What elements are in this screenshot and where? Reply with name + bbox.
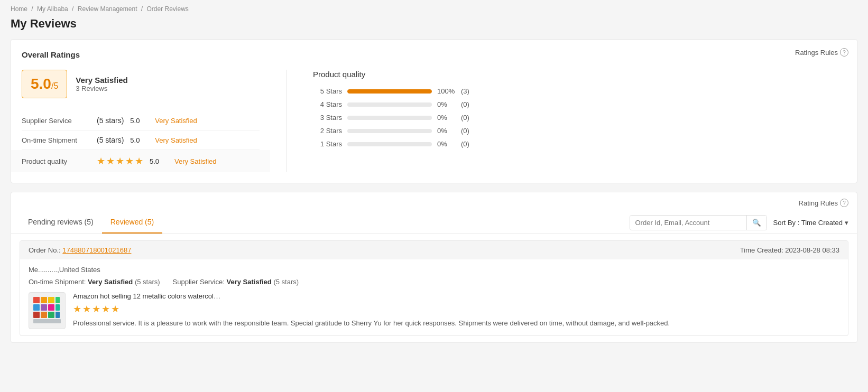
svg-rect-4 bbox=[33, 304, 40, 311]
bar-count: (0) bbox=[461, 140, 469, 148]
search-box: 🔍 bbox=[630, 215, 767, 230]
product-score: 5.0 bbox=[150, 157, 168, 165]
bar-row: 4 Stars 0% (0) bbox=[313, 100, 846, 108]
review-text: Professional service. It is a pleasure t… bbox=[73, 318, 839, 329]
bar-label: 2 Stars bbox=[313, 127, 342, 135]
supplier-info-label: Supplier Service: Very Satisfied (5 star… bbox=[173, 278, 299, 286]
star-2: ★ bbox=[106, 155, 115, 167]
breadcrumb-sep-1: / bbox=[31, 5, 35, 13]
bar-fill bbox=[347, 89, 432, 94]
product-status: Very Satisfied bbox=[174, 157, 217, 165]
bar-track bbox=[347, 102, 432, 107]
bar-pct: 0% bbox=[437, 100, 456, 108]
svg-rect-12 bbox=[33, 319, 61, 323]
tabs-row: Pending reviews (5) Reviewed (5) 🔍 Sort … bbox=[11, 211, 857, 234]
tab-reviewed-label: Reviewed (5) bbox=[110, 218, 154, 226]
bar-pct: 0% bbox=[437, 127, 456, 135]
score-number-box: 5.0/5 bbox=[22, 70, 67, 98]
breadcrumb-sep-3: / bbox=[141, 5, 145, 13]
search-input[interactable] bbox=[630, 216, 746, 230]
supplier-service-label: Supplier Service: bbox=[173, 278, 225, 286]
bar-track bbox=[347, 89, 432, 94]
product-stars: ★ ★ ★ ★ ★ bbox=[97, 155, 143, 167]
score-big: 5.0 bbox=[31, 76, 51, 92]
product-review-stars: ★ ★ ★ ★ ★ bbox=[73, 303, 839, 315]
ratings-content: 5.0/5 Very Satisfied 3 Reviews Supplier … bbox=[22, 70, 846, 172]
product-name: Amazon hot selling 12 metallic colors wa… bbox=[73, 292, 839, 300]
breadcrumb-alibaba[interactable]: My Alibaba bbox=[37, 5, 68, 13]
pstar-3: ★ bbox=[92, 303, 100, 315]
svg-rect-8 bbox=[33, 312, 40, 318]
tab-reviewed[interactable]: Reviewed (5) bbox=[102, 211, 162, 234]
bar-track bbox=[347, 116, 432, 120]
reviewer-name: Me..........,United States bbox=[29, 266, 100, 274]
rating-rules-row: Rating Rules ? bbox=[11, 192, 857, 211]
shipment-stars: (5 stars) bbox=[135, 278, 160, 286]
shipment-status: Very Satisfied bbox=[155, 136, 197, 144]
order-header: Order No.: 174880718001021687 Time Creat… bbox=[20, 241, 848, 259]
score-box: 5.0/5 Very Satisfied 3 Reviews bbox=[22, 70, 260, 98]
chevron-down-icon: ▾ bbox=[845, 219, 848, 227]
bar-row: 1 Stars 0% (0) bbox=[313, 140, 846, 148]
product-image-icon bbox=[33, 297, 61, 324]
ratings-panel: Ratings Rules ? Overall Ratings 5.0/5 Ve… bbox=[11, 39, 857, 183]
search-icon: 🔍 bbox=[752, 219, 761, 227]
rating-rules-button[interactable]: Rating Rules ? bbox=[799, 199, 848, 207]
product-review: Amazon hot selling 12 metallic colors wa… bbox=[29, 292, 839, 329]
svg-rect-5 bbox=[41, 304, 47, 311]
product-quality-title: Product quality bbox=[313, 70, 846, 79]
bar-rows: 5 Stars 100% (3) 4 Stars 0% (0) 3 Stars … bbox=[313, 87, 846, 148]
product-info: Amazon hot selling 12 metallic colors wa… bbox=[73, 292, 839, 329]
bar-row: 2 Stars 0% (0) bbox=[313, 127, 846, 135]
right-ratings: Product quality 5 Stars 100% (3) 4 Stars… bbox=[313, 70, 846, 153]
bar-label: 3 Stars bbox=[313, 114, 342, 122]
pstar-4: ★ bbox=[101, 303, 110, 315]
supplier-stars: (5 stars) bbox=[97, 116, 124, 125]
score-text: Very Satisfied 3 Reviews bbox=[76, 76, 127, 92]
pstar-5: ★ bbox=[111, 303, 119, 315]
score-reviews: 3 Reviews bbox=[76, 85, 127, 92]
svg-rect-10 bbox=[48, 312, 54, 318]
lower-section: Rating Rules ? Pending reviews (5) Revie… bbox=[11, 192, 857, 343]
sort-by-dropdown[interactable]: Sort By : Time Created ▾ bbox=[773, 219, 849, 227]
svg-rect-11 bbox=[56, 312, 60, 318]
bar-track bbox=[347, 142, 432, 146]
ratings-rules-label: Ratings Rules bbox=[795, 49, 838, 57]
star-5: ★ bbox=[135, 155, 143, 167]
product-quality-label: Product quality bbox=[22, 157, 90, 165]
search-button[interactable]: 🔍 bbox=[746, 216, 767, 230]
bar-row: 5 Stars 100% (3) bbox=[313, 87, 846, 95]
supplier-stars: (5 stars) bbox=[273, 278, 299, 286]
vertical-divider bbox=[286, 70, 287, 172]
order-no-value[interactable]: 174880718001021687 bbox=[62, 246, 131, 254]
bar-pct: 100% bbox=[437, 87, 456, 95]
score-sentiment: Very Satisfied bbox=[76, 76, 127, 85]
rating-rules-info-icon: ? bbox=[840, 199, 848, 207]
tabs-right: 🔍 Sort By : Time Created ▾ bbox=[630, 215, 849, 230]
page-title: My Reviews bbox=[11, 17, 857, 31]
svg-rect-0 bbox=[33, 297, 40, 303]
ratings-rules-info-icon: ? bbox=[840, 48, 848, 57]
bar-track bbox=[347, 129, 432, 133]
rating-row-product: Product quality ★ ★ ★ ★ ★ 5.0 Very Satis… bbox=[11, 150, 270, 172]
supplier-status: Very Satisfied bbox=[155, 117, 197, 125]
shipment-info-label: On-time Shipment: Very Satisfied (5 star… bbox=[29, 278, 160, 286]
tab-pending[interactable]: Pending reviews (5) bbox=[20, 211, 102, 234]
bar-count: (0) bbox=[461, 114, 469, 122]
order-body: Me..........,United States On-time Shipm… bbox=[20, 259, 848, 335]
breadcrumb-current: Order Reviews bbox=[147, 5, 189, 13]
product-thumbnail bbox=[29, 292, 66, 329]
breadcrumb: Home / My Alibaba / Review Management / … bbox=[11, 5, 857, 13]
ratings-rules-button[interactable]: Ratings Rules ? bbox=[795, 48, 848, 57]
supplier-service-label: Supplier Service bbox=[22, 117, 90, 125]
svg-rect-7 bbox=[56, 304, 60, 311]
shipment-label: On-time Shipment: bbox=[29, 278, 86, 286]
bar-label: 1 Stars bbox=[313, 140, 342, 148]
svg-rect-9 bbox=[41, 312, 47, 318]
breadcrumb-review-mgmt[interactable]: Review Management bbox=[78, 5, 137, 13]
breadcrumb-home[interactable]: Home bbox=[11, 5, 27, 13]
tab-pending-label: Pending reviews (5) bbox=[28, 218, 94, 226]
left-ratings: 5.0/5 Very Satisfied 3 Reviews Supplier … bbox=[22, 70, 260, 172]
star-1: ★ bbox=[97, 155, 105, 167]
bar-pct: 0% bbox=[437, 140, 456, 148]
